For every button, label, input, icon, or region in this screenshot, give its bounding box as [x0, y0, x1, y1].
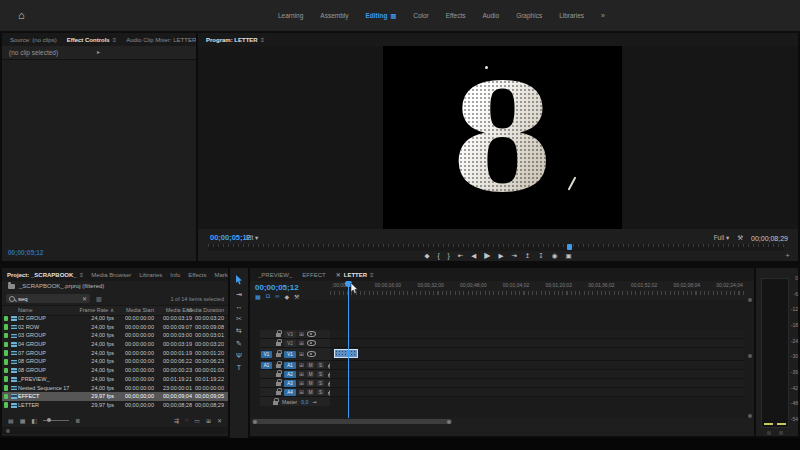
- program-current-timecode[interactable]: 00;00;05;12: [210, 233, 251, 242]
- project-breadcrumb[interactable]: _SCRAPBOOK_.prproj (filtered): [2, 281, 228, 292]
- panel-menu-icon[interactable]: ≡: [261, 37, 265, 43]
- label-color-chip[interactable]: [4, 324, 8, 330]
- extract-button[interactable]: ↧: [538, 252, 543, 260]
- workspace-menu-icon[interactable]: ▥: [391, 13, 397, 19]
- track-header-v1[interactable]: V1V1⊞: [260, 348, 330, 360]
- solo-button[interactable]: S: [317, 380, 324, 386]
- panel-menu-icon[interactable]: ≡: [80, 272, 84, 278]
- sort-icon[interactable]: ≣: [75, 417, 80, 424]
- tab-audio-clip-mixer-letter[interactable]: Audio Clip Mixer: LETTER: [126, 37, 196, 43]
- master-track-header[interactable]: Master0,0⇥: [260, 397, 330, 406]
- comparison-view-button[interactable]: ▣: [565, 252, 571, 260]
- track-header-v3[interactable]: V3⊞: [260, 330, 330, 338]
- project-row-08-group[interactable]: 08 GROUP24,00 fps00:00:00:0000:00:06:220…: [2, 357, 228, 366]
- insert-track-icon[interactable]: ⊞: [299, 371, 304, 377]
- solo-right-button[interactable]: [779, 431, 783, 435]
- workspace-tab-learning[interactable]: Learning: [278, 12, 303, 19]
- icon-view-icon[interactable]: ▦: [20, 417, 26, 424]
- tab-info[interactable]: Info: [170, 272, 180, 278]
- mute-button[interactable]: M: [307, 389, 314, 395]
- track-target-a4[interactable]: A4: [284, 389, 296, 396]
- item-name[interactable]: 02 GROUP: [18, 314, 46, 323]
- button-editor-plus-icon[interactable]: +: [785, 251, 790, 260]
- timeline-vscroll-knob[interactable]: [748, 354, 752, 358]
- track-target-a3[interactable]: A3: [284, 380, 296, 387]
- mark-in-button[interactable]: {: [437, 252, 439, 259]
- lock-icon[interactable]: [276, 382, 281, 386]
- lock-icon[interactable]: [276, 391, 281, 395]
- add-marker-icon[interactable]: ◆: [284, 293, 289, 300]
- item-name[interactable]: Nested Sequence 17: [18, 384, 69, 393]
- mark-out-button[interactable]: }: [448, 252, 450, 259]
- program-scrubber[interactable]: [208, 244, 784, 251]
- label-color-chip[interactable]: [4, 402, 8, 408]
- close-icon[interactable]: ✕: [336, 271, 341, 278]
- panel-menu-icon[interactable]: ≡: [370, 272, 374, 278]
- step-back-button[interactable]: ◀: [471, 252, 476, 260]
- track-lane-v3[interactable]: [330, 330, 744, 338]
- item-name[interactable]: 08 GROUP: [18, 366, 46, 375]
- zoom-slider[interactable]: [43, 420, 69, 421]
- item-name[interactable]: 02 ROW: [18, 323, 39, 332]
- find-icon[interactable]: ◌: [185, 417, 189, 424]
- go-to-in-button[interactable]: ⇤: [458, 252, 463, 260]
- solo-button[interactable]: S: [317, 362, 324, 368]
- tab-effect-controls[interactable]: Effect Controls≡: [67, 37, 117, 43]
- item-name[interactable]: 08 GROUP: [18, 357, 46, 366]
- insert-track-icon[interactable]: ⊞: [299, 389, 304, 395]
- workspace-tab-libraries[interactable]: Libraries: [559, 12, 584, 19]
- step-forward-button[interactable]: ▶: [498, 252, 503, 260]
- lock-icon[interactable]: [276, 353, 281, 357]
- tab-program[interactable]: Program: LETTER ≡: [206, 37, 264, 43]
- zoom-level-select[interactable]: Fit ▾: [246, 234, 258, 242]
- automate-to-sequence-icon[interactable]: ⇶: [174, 417, 179, 424]
- track-target-v1[interactable]: V1: [284, 351, 296, 358]
- lock-icon[interactable]: [276, 333, 281, 337]
- settings-wrench-icon[interactable]: ⚒: [737, 234, 743, 242]
- tab-source-no-clips-[interactable]: Source: (no clips): [10, 37, 57, 43]
- track-target-a1[interactable]: A1: [284, 362, 296, 369]
- go-to-out-button[interactable]: ⇥: [511, 252, 516, 260]
- track-header-a1[interactable]: A1A1⊞MS: [260, 361, 330, 369]
- mute-button[interactable]: M: [307, 362, 314, 368]
- selection-tool[interactable]: [235, 275, 243, 286]
- workspace-tab-color[interactable]: Color: [413, 12, 429, 19]
- timeline-clip[interactable]: [334, 349, 358, 358]
- home-icon[interactable]: ⌂: [18, 9, 25, 21]
- slip-tool[interactable]: ⇆: [236, 327, 242, 335]
- snap-icon[interactable]: Ω: [266, 293, 271, 300]
- label-color-chip[interactable]: [4, 359, 8, 365]
- playback-resolution-select[interactable]: Full ▾: [714, 234, 730, 242]
- label-color-chip[interactable]: [4, 350, 8, 356]
- list-view-icon[interactable]: ▤: [8, 417, 14, 424]
- column-name[interactable]: Name: [18, 306, 33, 314]
- insert-track-icon[interactable]: ⊞: [299, 351, 304, 357]
- track-header-a2[interactable]: A2⊞MS: [260, 370, 330, 378]
- project-row-effect[interactable]: EFFECT29,97 fps00;00;00;0000;00;09;0400;…: [2, 392, 228, 401]
- track-header-v2[interactable]: V2⊞: [260, 339, 330, 347]
- tab-project-scrapbook-[interactable]: Project: _SCRAPBOOK_≡: [7, 272, 83, 278]
- clear-search-icon[interactable]: ✕: [82, 295, 87, 302]
- label-color-chip[interactable]: [4, 316, 8, 322]
- timeline-ruler[interactable]: ;00;0000;00;16;0000;00;32;0000;00;48;000…: [330, 281, 744, 300]
- track-lane-v1[interactable]: [330, 348, 744, 360]
- scrollbar-knob[interactable]: [6, 429, 10, 433]
- toggle-track-output-eye-icon[interactable]: [307, 340, 316, 347]
- mute-button[interactable]: M: [307, 371, 314, 377]
- workspace-tab-audio[interactable]: Audio: [483, 12, 500, 19]
- item-name[interactable]: EFFECT: [18, 392, 39, 401]
- item-name[interactable]: 04 GROUP: [18, 340, 46, 349]
- label-color-chip[interactable]: [4, 333, 8, 339]
- workspace-tab-editing[interactable]: Editing▥: [366, 12, 397, 19]
- item-name[interactable]: LETTER: [18, 401, 39, 410]
- master-value[interactable]: 0,0: [301, 399, 308, 405]
- project-row-03-group[interactable]: 03 GROUP24,00 fps00:00:00:0000:00:03:000…: [2, 331, 228, 340]
- hand-tool[interactable]: Ψ: [236, 352, 242, 359]
- lock-icon[interactable]: [276, 373, 281, 377]
- search-input[interactable]: seq ✕: [6, 294, 90, 303]
- timeline-vscroll-knob[interactable]: [748, 298, 752, 302]
- insert-track-icon[interactable]: ⊞: [299, 362, 304, 368]
- track-target-v3[interactable]: V3: [284, 331, 296, 338]
- timeline-current-timecode[interactable]: 00;00;05;12: [255, 283, 299, 292]
- panel-menu-icon[interactable]: ≡: [113, 37, 117, 43]
